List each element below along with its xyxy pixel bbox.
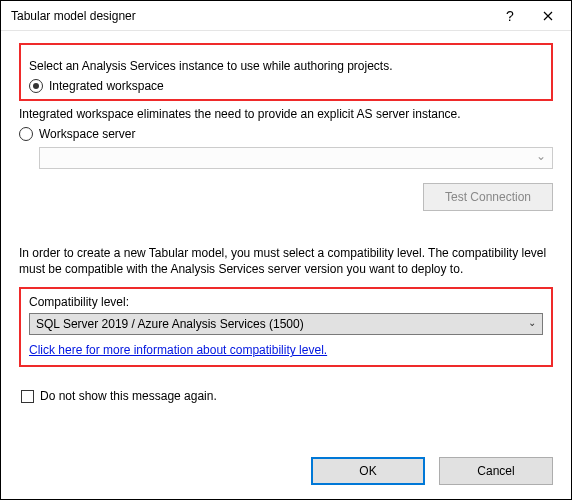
workspace-highlight: Select an Analysis Services instance to … xyxy=(19,43,553,101)
compatibility-info-link[interactable]: Click here for more information about co… xyxy=(29,343,327,357)
chevron-down-icon: ⌄ xyxy=(528,317,536,328)
compatibility-level-value: SQL Server 2019 / Azure Analysis Service… xyxy=(36,317,304,331)
close-button[interactable] xyxy=(529,2,567,30)
server-name-input[interactable] xyxy=(39,147,553,169)
radio-icon xyxy=(29,79,43,93)
compatibility-highlight: Compatibility level: SQL Server 2019 / A… xyxy=(19,287,553,367)
workspace-server-label: Workspace server xyxy=(39,127,135,141)
instruction-text: Select an Analysis Services instance to … xyxy=(29,59,543,73)
ok-button[interactable]: OK xyxy=(311,457,425,485)
radio-icon xyxy=(19,127,33,141)
dialog-footer: OK Cancel xyxy=(311,457,553,485)
cancel-button[interactable]: Cancel xyxy=(439,457,553,485)
window-title: Tabular model designer xyxy=(11,9,491,23)
integrated-description: Integrated workspace eliminates the need… xyxy=(19,107,553,121)
close-icon xyxy=(543,11,553,21)
integrated-workspace-label: Integrated workspace xyxy=(49,79,164,93)
titlebar: Tabular model designer ? xyxy=(1,1,571,31)
compatibility-label: Compatibility level: xyxy=(29,295,543,309)
integrated-workspace-radio[interactable]: Integrated workspace xyxy=(29,79,543,93)
compatibility-paragraph: In order to create a new Tabular model, … xyxy=(19,245,553,277)
checkbox-icon xyxy=(21,390,34,403)
dont-show-checkbox[interactable]: Do not show this message again. xyxy=(21,389,553,403)
test-connection-button[interactable]: Test Connection xyxy=(423,183,553,211)
help-button[interactable]: ? xyxy=(491,2,529,30)
compatibility-level-dropdown[interactable]: SQL Server 2019 / Azure Analysis Service… xyxy=(29,313,543,335)
workspace-server-radio[interactable]: Workspace server xyxy=(19,127,553,141)
dont-show-label: Do not show this message again. xyxy=(40,389,217,403)
